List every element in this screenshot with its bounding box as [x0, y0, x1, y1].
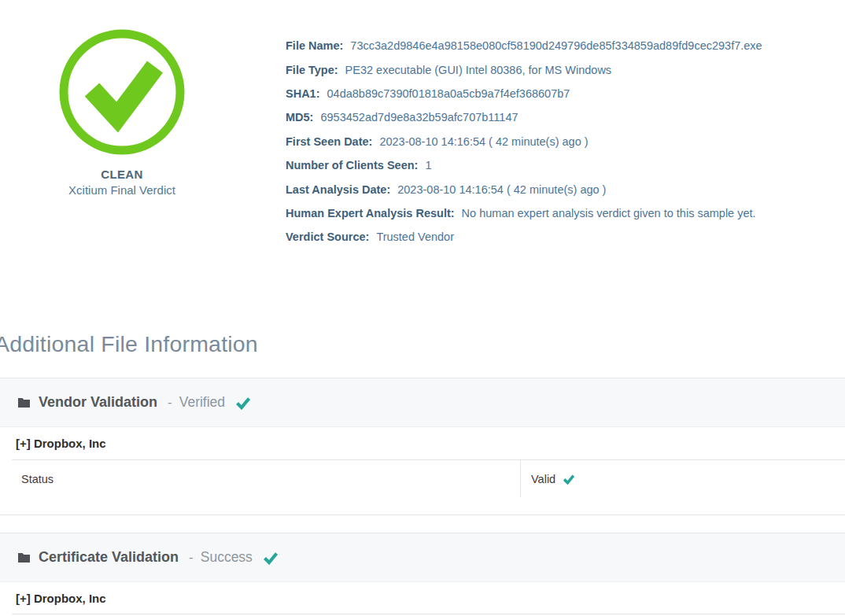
- panel-status: Success: [201, 549, 253, 566]
- last-analysis-row: Last Analysis Date: 2023-08-10 14:16:54 …: [286, 177, 845, 201]
- panel-padding: [0, 497, 845, 515]
- check-icon: [235, 396, 251, 410]
- detail-label: Number of Clients Seen:: [286, 159, 418, 172]
- final-verdict-badge: CLEAN Xcitium Final Verdict: [59, 29, 185, 197]
- detail-label: MD5:: [286, 111, 313, 124]
- vendor-expand-row[interactable]: [+] Dropbox, Inc: [12, 582, 845, 614]
- panel-separator: -: [189, 550, 194, 566]
- table-row: Status Valid: [12, 460, 845, 497]
- detail-value: 04da8b89c7390f01818a0a5cb9a7f4ef368607b7: [327, 87, 570, 100]
- verdict-status: CLEAN: [59, 168, 185, 181]
- detail-label: Verdict Source:: [286, 231, 369, 243]
- detail-label: First Seen Date:: [286, 135, 372, 148]
- file-type-row: File Type: PE32 executable (GUI) Intel 8…: [286, 57, 845, 81]
- sha1-row: SHA1: 04da8b89c7390f01818a0a5cb9a7f4ef36…: [286, 82, 845, 105]
- folder-icon: [17, 397, 31, 408]
- file-name-row: File Name: 73cc3a2d9846e4a98158e080cf581…: [286, 34, 845, 57]
- vendor-validation-panel: Vendor Validation - Verified [+] Dropbox…: [0, 378, 845, 515]
- status-key-cell: Status: [12, 460, 521, 497]
- detail-value: 6953452ad7d9e8a32b59afc707b11147: [320, 111, 518, 124]
- detail-value: PE32 executable (GUI) Intel 80386, for M…: [345, 64, 612, 76]
- check-circle-icon: [59, 29, 185, 155]
- detail-label: Last Analysis Date:: [286, 183, 390, 196]
- detail-label: Human Expert Analysis Result:: [286, 207, 455, 219]
- detail-label: File Name:: [286, 39, 343, 52]
- clients-seen-row: Number of Clients Seen: 1: [286, 153, 845, 177]
- detail-label: SHA1:: [286, 87, 320, 100]
- panel-separator: -: [168, 395, 172, 411]
- panel-title: Vendor Validation: [39, 394, 157, 411]
- human-expert-row: Human Expert Analysis Result: No human e…: [286, 201, 845, 225]
- detail-value: 73cc3a2d9846e4a98158e080cf58190d249796de…: [350, 39, 762, 52]
- detail-value: Trusted Vendor: [376, 231, 454, 243]
- first-seen-row: First Seen Date: 2023-08-10 14:16:54 ( 4…: [286, 130, 845, 153]
- vendor-name: [+] Dropbox, Inc: [16, 592, 106, 605]
- verdict-source-label: Xcitium Final Verdict: [59, 183, 185, 197]
- detail-label: File Type:: [286, 64, 338, 76]
- detail-value: No human expert analysis verdict given t…: [462, 207, 756, 219]
- check-icon: [263, 551, 279, 565]
- file-details-list: File Name: 73cc3a2d9846e4a98158e080cf581…: [286, 34, 845, 249]
- panel-status: Verified: [179, 394, 225, 411]
- detail-value: 2023-08-10 14:16:54 ( 42 minute(s) ago ): [397, 183, 606, 196]
- vendor-expand-row[interactable]: [+] Dropbox, Inc: [12, 427, 845, 460]
- panel-title: Certificate Validation: [39, 549, 179, 566]
- check-icon: [563, 474, 575, 485]
- status-key: Status: [21, 473, 54, 485]
- additional-info-panels: Vendor Validation - Verified [+] Dropbox…: [0, 378, 845, 614]
- page-title: Additional File Information: [0, 331, 258, 357]
- certificate-validation-panel: Certificate Validation - Success [+] Dro…: [0, 533, 845, 614]
- verdict-source-row: Verdict Source: Trusted Vendor: [286, 225, 845, 249]
- certificate-validation-header: Certificate Validation - Success: [0, 533, 845, 582]
- detail-value: 1: [425, 159, 431, 172]
- status-value: Valid: [531, 473, 555, 485]
- folder-icon: [17, 551, 31, 563]
- status-value-cell: Valid: [521, 460, 575, 497]
- detail-value: 2023-08-10 14:16:54 ( 42 minute(s) ago ): [379, 135, 588, 148]
- vendor-validation-header: Vendor Validation - Verified: [0, 378, 845, 427]
- vendor-name: [+] Dropbox, Inc: [16, 437, 106, 450]
- md5-row: MD5: 6953452ad7d9e8a32b59afc707b11147: [286, 105, 845, 129]
